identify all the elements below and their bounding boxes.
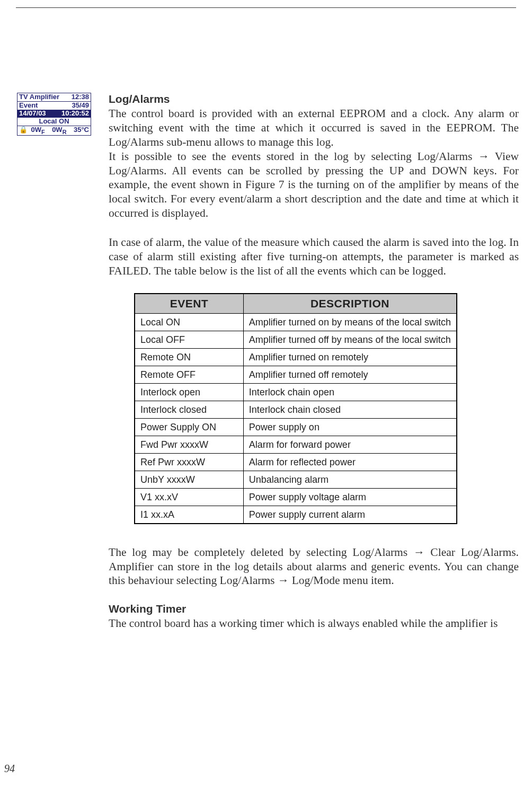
description-cell: Amplifier turned off remotely — [243, 366, 457, 383]
lcd-date: 14/07/03 — [19, 110, 46, 118]
lcd-clock: 12:38 — [72, 93, 89, 101]
event-cell: Local OFF — [135, 331, 243, 348]
header-event: EVENT — [135, 294, 243, 314]
event-cell: UnbY xxxxW — [135, 471, 243, 488]
lcd-title-row: TV Amplifier 12:38 — [17, 93, 91, 101]
section-heading-log-alarms: Log/Alarms — [109, 93, 519, 105]
description-cell: Amplifier turned on by means of the loca… — [243, 313, 457, 331]
lock-icon: 🔒 — [19, 126, 24, 135]
table-header-row: EVENT DESCRIPTION — [135, 294, 457, 314]
description-cell: Amplifier turned off by means of the loc… — [243, 331, 457, 348]
description-cell: Alarm for forward power — [243, 436, 457, 453]
lcd-status: Local ON — [39, 117, 69, 125]
event-cell: V1 xx.xV — [135, 488, 243, 506]
table-row: Remote ONAmplifier turned on remotely — [135, 348, 457, 366]
main-text-column: Log/Alarms The control board is provided… — [109, 93, 519, 631]
description-cell: Alarm for reflected power — [243, 453, 457, 471]
table-row: Remote OFFAmplifier turned off remotely — [135, 366, 457, 383]
table-row: Local OFFAmplifier turned off by means o… — [135, 331, 457, 348]
lcd-figure-column: TV Amplifier 12:38 Event 35/49 14/07/03 … — [16, 93, 106, 136]
event-cell: Interlock open — [135, 383, 243, 401]
lcd-status-row: Local ON — [17, 118, 91, 126]
lcd-event-label: Event — [19, 102, 38, 110]
table-row: Local ONAmplifier turned on by means of … — [135, 313, 457, 331]
event-cell: Fwd Pwr xxxxW — [135, 436, 243, 453]
lcd-event-row: Event 35/49 — [17, 102, 91, 110]
event-cell: I1 xx.xA — [135, 506, 243, 524]
lcd-readouts-row: 🔒 0WF 0WR 35°C — [17, 126, 91, 135]
event-cell: Local ON — [135, 313, 243, 331]
description-cell: Unbalancing alarm — [243, 471, 457, 488]
event-cell: Ref Pwr xxxxW — [135, 453, 243, 471]
description-cell: Interlock chain open — [243, 383, 457, 401]
description-cell: Amplifier turned on remotely — [243, 348, 457, 366]
lcd-event-count: 35/49 — [72, 102, 89, 110]
table-row: Power Supply ONPower supply on — [135, 418, 457, 436]
para-intro-2: It is possible to see the events stored … — [109, 149, 519, 220]
page-number: 94 — [4, 763, 15, 775]
lcd-datetime-row: 14/07/03 10:20:52 — [17, 110, 91, 118]
events-table: EVENT DESCRIPTION Local ONAmplifier turn… — [134, 293, 457, 524]
table-row: UnbY xxxxWUnbalancing alarm — [135, 471, 457, 488]
lcd-title: TV Amplifier — [19, 93, 59, 101]
description-cell: Power supply current alarm — [243, 506, 457, 524]
para-working-timer: The control board has a working timer wh… — [109, 616, 519, 631]
table-row: Interlock closedInterlock chain closed — [135, 401, 457, 418]
table-row: Ref Pwr xxxxWAlarm for reflected power — [135, 453, 457, 471]
description-cell: Power supply voltage alarm — [243, 488, 457, 506]
para-intro-3: In case of alarm, the value of the measu… — [109, 235, 519, 278]
event-cell: Remote ON — [135, 348, 243, 366]
lcd-time: 10:20:52 — [61, 110, 89, 118]
event-cell: Interlock closed — [135, 401, 243, 418]
table-row: I1 xx.xAPower supply current alarm — [135, 506, 457, 524]
para-after-table: The log may be completely deleted by sel… — [109, 545, 519, 588]
events-table-body: Local ONAmplifier turned on by means of … — [135, 313, 457, 524]
lcd-ref-power: 0WR — [52, 126, 66, 135]
header-description: DESCRIPTION — [243, 294, 457, 314]
table-row: V1 xx.xVPower supply voltage alarm — [135, 488, 457, 506]
event-cell: Remote OFF — [135, 366, 243, 383]
description-cell: Interlock chain closed — [243, 401, 457, 418]
page-top-rule — [16, 7, 516, 8]
section-heading-working-timer: Working Timer — [109, 603, 519, 615]
table-row: Fwd Pwr xxxxWAlarm for forward power — [135, 436, 457, 453]
page-content: TV Amplifier 12:38 Event 35/49 14/07/03 … — [16, 93, 519, 631]
lcd-figure: TV Amplifier 12:38 Event 35/49 14/07/03 … — [17, 93, 91, 136]
lcd-fwd-power: 0WF — [31, 126, 45, 135]
lcd-temp: 35°C — [74, 126, 89, 135]
para-intro-1: The control board is provided with an ex… — [109, 107, 519, 149]
event-cell: Power Supply ON — [135, 418, 243, 436]
description-cell: Power supply on — [243, 418, 457, 436]
table-row: Interlock openInterlock chain open — [135, 383, 457, 401]
